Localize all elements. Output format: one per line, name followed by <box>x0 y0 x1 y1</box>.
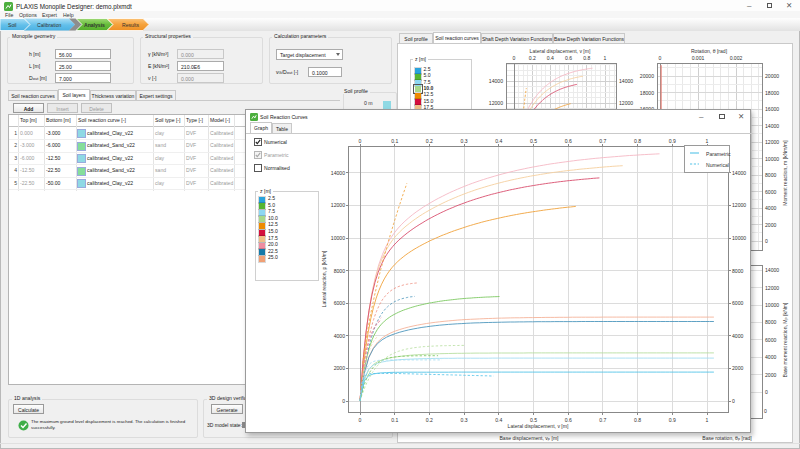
svg-text:0: 0 <box>732 398 735 404</box>
svg-text:0: 0 <box>513 55 516 61</box>
svg-text:14000: 14000 <box>732 170 746 176</box>
svg-text:0.4: 0.4 <box>495 417 502 423</box>
svg-text:0.7: 0.7 <box>599 138 606 144</box>
svg-text:8000: 8000 <box>765 172 776 178</box>
svg-text:18000: 18000 <box>765 90 779 96</box>
svg-text:18000: 18000 <box>640 90 654 96</box>
svg-text:14000: 14000 <box>765 267 779 273</box>
svg-text:8000: 8000 <box>334 268 345 274</box>
svg-text:Calibration: Calibration <box>37 22 62 28</box>
svg-text:0.8: 0.8 <box>583 55 590 61</box>
svg-text:Moment reaction, m [kNm/m]: Moment reaction, m [kNm/m] <box>782 140 788 206</box>
svg-text:Results: Results <box>122 22 139 28</box>
svg-text:Rotation, θ [rad]: Rotation, θ [rad] <box>691 48 728 54</box>
svg-text:0.5: 0.5 <box>530 138 537 144</box>
svg-text:0: 0 <box>765 238 768 244</box>
svg-text:0.001: 0.001 <box>692 55 705 61</box>
svg-text:0.9: 0.9 <box>669 417 676 423</box>
svg-text:14000: 14000 <box>489 78 503 84</box>
svg-text:2000: 2000 <box>765 372 776 378</box>
svg-text:10000: 10000 <box>765 156 779 162</box>
svg-text:10000: 10000 <box>331 235 345 241</box>
svg-text:0: 0 <box>764 408 767 414</box>
svg-text:12000: 12000 <box>331 202 345 208</box>
svg-text:0.2: 0.2 <box>426 138 433 144</box>
svg-text:20000: 20000 <box>640 73 654 79</box>
svg-text:14000: 14000 <box>331 170 345 176</box>
svg-text:0.1: 0.1 <box>391 417 398 423</box>
svg-text:0.7: 0.7 <box>599 417 606 423</box>
svg-text:12000: 12000 <box>732 202 746 208</box>
svg-text:1: 1 <box>706 417 709 423</box>
svg-text:0.3: 0.3 <box>461 138 468 144</box>
svg-text:0: 0 <box>765 389 768 395</box>
svg-text:8000: 8000 <box>765 319 776 325</box>
svg-text:0.4: 0.4 <box>547 55 554 61</box>
svg-text:2000: 2000 <box>732 365 743 371</box>
svg-text:0: 0 <box>342 398 345 404</box>
svg-text:4000: 4000 <box>732 333 743 339</box>
svg-text:4000: 4000 <box>334 333 345 339</box>
svg-text:0.8: 0.8 <box>634 417 641 423</box>
svg-text:2000: 2000 <box>765 222 776 228</box>
svg-text:0.2: 0.2 <box>426 417 433 423</box>
svg-text:8000: 8000 <box>732 268 743 274</box>
svg-text:20000: 20000 <box>765 73 779 79</box>
svg-text:0.9: 0.9 <box>669 138 676 144</box>
svg-text:6000: 6000 <box>765 337 776 343</box>
svg-text:0.1: 0.1 <box>391 138 398 144</box>
svg-text:Soil: Soil <box>8 22 17 28</box>
svg-text:0: 0 <box>359 417 362 423</box>
svg-text:Analysis: Analysis <box>84 22 105 28</box>
svg-text:0.2: 0.2 <box>529 55 536 61</box>
svg-text:4000: 4000 <box>765 354 776 360</box>
svg-text:2000: 2000 <box>334 365 345 371</box>
svg-text:12000: 12000 <box>765 139 779 145</box>
svg-text:Base rotation, θₚ [rad]: Base rotation, θₚ [rad] <box>702 435 752 441</box>
svg-text:10000: 10000 <box>732 235 746 241</box>
svg-text:0.6: 0.6 <box>565 138 572 144</box>
svg-text:6000: 6000 <box>732 300 743 306</box>
svg-text:Base displacement, vₚ [m]: Base displacement, vₚ [m] <box>499 435 559 441</box>
svg-text:10000: 10000 <box>765 302 779 308</box>
svg-text:Base moment reaction, Mₚ [kNm]: Base moment reaction, Mₚ [kNm] <box>782 302 788 378</box>
svg-text:12000: 12000 <box>489 100 503 106</box>
svg-text:1: 1 <box>604 55 607 61</box>
svg-text:0.8: 0.8 <box>634 138 641 144</box>
svg-text:Numerical: Numerical <box>706 162 729 168</box>
svg-text:Lateral displacement, v [m]: Lateral displacement, v [m] <box>508 423 569 429</box>
svg-text:1: 1 <box>706 138 709 144</box>
svg-text:16000: 16000 <box>765 106 779 112</box>
svg-text:0: 0 <box>659 55 662 61</box>
svg-text:0.4: 0.4 <box>495 138 502 144</box>
svg-text:0.3: 0.3 <box>461 417 468 423</box>
svg-text:6000: 6000 <box>334 300 345 306</box>
svg-text:14000: 14000 <box>619 78 633 84</box>
svg-text:0.002: 0.002 <box>730 55 743 61</box>
svg-text:0.6: 0.6 <box>565 55 572 61</box>
svg-text:12000: 12000 <box>765 285 779 291</box>
svg-text:14000: 14000 <box>765 123 779 129</box>
svg-text:4000: 4000 <box>765 205 776 211</box>
svg-text:Parametric: Parametric <box>706 151 731 157</box>
svg-text:0: 0 <box>359 138 362 144</box>
svg-text:Lateral displacement, v [m]: Lateral displacement, v [m] <box>530 48 591 54</box>
svg-text:Lateral reaction, p [kN/m]: Lateral reaction, p [kN/m] <box>321 250 327 307</box>
svg-text:6000: 6000 <box>765 189 776 195</box>
svg-text:12000: 12000 <box>619 100 633 106</box>
